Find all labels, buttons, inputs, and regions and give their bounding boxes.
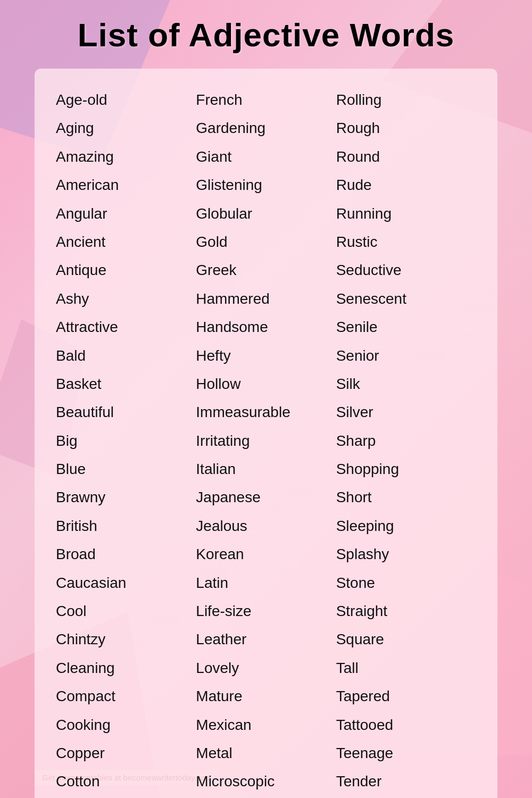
list-item: Bald: [56, 342, 196, 370]
list-item: Senior: [336, 342, 476, 370]
list-item: Tapered: [336, 682, 476, 710]
list-item: Gold: [196, 228, 336, 256]
list-item: Brawny: [56, 483, 196, 511]
list-item: Tattooed: [336, 711, 476, 739]
list-item: Stone: [336, 569, 476, 597]
list-item: Caucasian: [56, 569, 196, 597]
list-item: Square: [336, 625, 476, 653]
list-item: Senile: [336, 313, 476, 341]
list-item: Rustic: [336, 228, 476, 256]
list-item: Angular: [56, 200, 196, 228]
word-column-2: FrenchGardeningGiantGlisteningGlobularGo…: [196, 86, 336, 796]
list-item: Beautiful: [56, 398, 196, 426]
list-item: Cool: [56, 597, 196, 625]
list-item: Compact: [56, 682, 196, 710]
list-item: Tender: [336, 767, 476, 795]
word-list-card: Age-oldAgingAmazingAmericanAngularAncien…: [35, 69, 497, 798]
list-item: Hammered: [196, 285, 336, 313]
list-item: Microscopic: [196, 767, 336, 795]
list-item: Cotton: [56, 767, 196, 795]
list-item: Japanese: [196, 483, 336, 511]
list-item: Basket: [56, 370, 196, 398]
list-item: British: [56, 512, 196, 540]
list-item: Amazing: [56, 143, 196, 171]
list-item: Mature: [196, 682, 336, 710]
list-item: Hefty: [196, 342, 336, 370]
list-item: Korean: [196, 540, 336, 568]
list-item: Irritating: [196, 427, 336, 455]
list-item: Sharp: [336, 427, 476, 455]
list-item: French: [196, 86, 336, 114]
list-item: Latin: [196, 569, 336, 597]
list-item: Straight: [336, 597, 476, 625]
list-item: Attractive: [56, 313, 196, 341]
list-item: Handsome: [196, 313, 336, 341]
list-item: Greek: [196, 256, 336, 284]
list-item: Blue: [56, 455, 196, 483]
list-item: Sleeping: [336, 512, 476, 540]
list-item: Copper: [56, 739, 196, 767]
page-container: List of Adjective Words Age-oldAgingAmaz…: [0, 0, 532, 798]
word-column-3: RollingRoughRoundRudeRunningRusticSeduct…: [336, 86, 476, 796]
list-item: Hollow: [196, 370, 336, 398]
list-item: Rude: [336, 171, 476, 199]
list-item: Jealous: [196, 512, 336, 540]
list-item: Rough: [336, 114, 476, 142]
list-item: Immeasurable: [196, 398, 336, 426]
list-item: Mexican: [196, 711, 336, 739]
list-item: Tall: [336, 654, 476, 682]
list-item: Seductive: [336, 256, 476, 284]
list-item: Globular: [196, 200, 336, 228]
word-column-1: Age-oldAgingAmazingAmericanAngularAncien…: [56, 86, 196, 796]
list-item: Broad: [56, 540, 196, 568]
list-item: Senescent: [336, 285, 476, 313]
list-item: Italian: [196, 455, 336, 483]
list-item: Silver: [336, 398, 476, 426]
list-item: Glistening: [196, 171, 336, 199]
list-item: Round: [336, 143, 476, 171]
list-item: Ashy: [56, 285, 196, 313]
list-item: Antique: [56, 256, 196, 284]
page-title: List of Adjective Words: [78, 16, 455, 54]
list-item: Giant: [196, 143, 336, 171]
list-item: Chintzy: [56, 625, 196, 653]
list-item: Running: [336, 200, 476, 228]
list-item: Big: [56, 427, 196, 455]
list-item: Aging: [56, 114, 196, 142]
list-item: Metal: [196, 739, 336, 767]
list-item: American: [56, 171, 196, 199]
list-item: Lovely: [196, 654, 336, 682]
list-item: Splashy: [336, 540, 476, 568]
list-item: Gardening: [196, 114, 336, 142]
word-grid: Age-oldAgingAmazingAmericanAngularAncien…: [56, 86, 476, 796]
list-item: Age-old: [56, 86, 196, 114]
list-item: Shopping: [336, 455, 476, 483]
list-item: Cleaning: [56, 654, 196, 682]
list-item: Cooking: [56, 711, 196, 739]
list-item: Leather: [196, 625, 336, 653]
list-item: Short: [336, 483, 476, 511]
list-item: Rolling: [336, 86, 476, 114]
list-item: Life-size: [196, 597, 336, 625]
list-item: Ancient: [56, 228, 196, 256]
list-item: Silk: [336, 370, 476, 398]
list-item: Teenage: [336, 739, 476, 767]
